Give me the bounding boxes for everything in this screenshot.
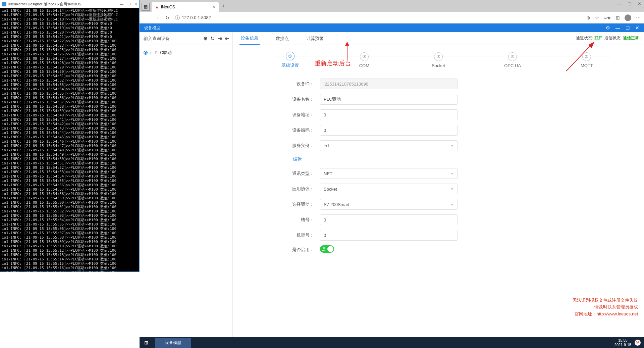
step-com[interactable]: ②COM (327, 52, 401, 68)
favicon-star-icon: ★ (155, 5, 159, 10)
device-form: 设备ID： 设备名称： 设备地址： 设备编码： 服务实例：io1▼ 编辑 通讯类… (233, 72, 644, 265)
input-device-addr[interactable] (320, 109, 458, 120)
chevron-down-icon: ▼ (450, 172, 454, 176)
star-icon[interactable]: ☆ (595, 15, 599, 20)
tab-close-icon[interactable]: ✕ (212, 5, 215, 9)
license-url-link[interactable]: http://www.ineuos.net (596, 311, 638, 316)
back-button[interactable]: ← (143, 15, 149, 20)
close-icon[interactable]: ✕ (135, 2, 138, 6)
input-slot[interactable] (320, 214, 458, 225)
taskbar-task[interactable]: 设备模型 (155, 338, 191, 348)
browser-tab[interactable]: ★ iNeuOS ✕ (152, 2, 219, 12)
label-service-inst: 服务实例： (253, 143, 320, 149)
label-device-name: 设备名称： (253, 96, 320, 102)
step-socket[interactable]: ③Socket (401, 52, 475, 68)
tab-title: iNeuOS (161, 5, 175, 9)
export-icon[interactable]: ⇤ (223, 35, 230, 42)
browser-window: — ☐ ✕ ▦ ★ iNeuOS ✕ + ← → ↻ i 127.0.0.1:8… (140, 0, 644, 348)
label-comm-type: 通讯类型： (253, 170, 320, 177)
import-icon[interactable]: ⇥ (216, 35, 223, 42)
settings-icon[interactable]: ⚙ (606, 25, 610, 31)
label-device-code: 设备编码： (253, 127, 320, 133)
app-header: 设备模型 ⚙ — ☐ ✕ (140, 23, 644, 32)
start-button[interactable]: ⊞ (140, 340, 153, 345)
close-icon[interactable]: ✕ (638, 1, 641, 6)
favorites-icon[interactable]: ≡★ (604, 15, 611, 20)
step-basic[interactable]: ①基础设置 (253, 52, 327, 68)
system-tray: 15:55 2021-9-15 98 (614, 338, 644, 347)
select-comm-type[interactable]: NET▼ (320, 168, 458, 179)
forward-button[interactable]: → (154, 15, 160, 20)
select-service-inst[interactable]: io1▼ (320, 140, 458, 151)
menu-icon[interactable]: ⋯ (636, 15, 641, 20)
page-title: 设备模型 (144, 25, 160, 31)
tray-clock[interactable]: 15:55 2021-9-15 (614, 338, 631, 347)
url-input[interactable]: i 127.0.0.1:8082 (175, 15, 582, 20)
collections-icon[interactable]: ⊞ (616, 15, 620, 20)
tab-strip: ▦ ★ iNeuOS ✕ + (140, 0, 644, 12)
maximize-icon[interactable]: ☐ (127, 2, 131, 6)
search-input[interactable] (142, 34, 202, 43)
maximize-icon[interactable]: ☐ (628, 1, 632, 6)
tree-item-label: PLC驱动 (155, 50, 172, 56)
input-device-name[interactable] (320, 94, 458, 105)
chevron-down-icon: ▼ (450, 203, 454, 206)
device-tree: ◇ PLC驱动 (140, 45, 232, 60)
edit-link[interactable]: 编辑 (293, 156, 302, 162)
input-rack[interactable] (320, 230, 458, 241)
step-indicator: ①基础设置 ②COM ③Socket ④OPC UA ⑤MQTT (233, 45, 644, 72)
taskbar: ⊞ 设备模型 15:55 2021-9-15 98 (140, 337, 644, 348)
add-icon[interactable]: ⊕ (202, 35, 209, 42)
tab-data-points[interactable]: 数据点 (274, 32, 290, 45)
detail-panel: 设备信息 数据点 计算预警 通道状态: 打开 通信状态: 通信正常 ①基础设置 … (233, 32, 644, 348)
chevron-down-icon: ▼ (450, 144, 454, 148)
step-mqtt[interactable]: ⑤MQTT (550, 52, 624, 68)
tree-item-plc[interactable]: ◇ PLC驱动 (144, 48, 228, 57)
chevron-down-icon: ▼ (450, 187, 454, 191)
terminal-titlebar[interactable]: iNeuKernel Designer 版本:v3.6 官网:iNeuOS — … (0, 0, 139, 8)
terminal-window: iNeuKernel Designer 版本:v3.6 官网:iNeuOS — … (0, 0, 140, 272)
close-icon[interactable]: ✕ (635, 25, 639, 31)
tab-calc-alarm[interactable]: 计算预警 (305, 32, 325, 45)
address-bar: ← → ↻ i 127.0.0.1:8082 ⊕ ☆ ≡★ ⊞ ⋯ (140, 12, 644, 23)
profile-avatar[interactable] (625, 14, 631, 21)
search-row: ⊕ ↻ ⇥ ⇤ (140, 32, 232, 45)
input-device-id (320, 79, 458, 89)
notification-badge[interactable]: 98 (635, 340, 641, 346)
license-warning: 无法识别授权文件或注册文件失效 请及时联系管理员授权 官网地址：http://w… (573, 297, 638, 318)
app-icon (2, 2, 6, 6)
label-enable: 是否启用： (253, 247, 320, 253)
radio-icon (144, 51, 148, 55)
terminal-title: iNeuKernel Designer 版本:v3.6 官网:iNeuOS (8, 2, 81, 7)
refresh-button[interactable]: ↻ (164, 15, 170, 20)
terminal-output: io1-INFO: [21-09-15 15:54:14]>>PLC驱动>>重新… (0, 8, 139, 271)
status-box: 通道状态: 打开 通信状态: 通信正常 (573, 34, 642, 42)
url-text: 127.0.0.1:8082 (182, 15, 211, 20)
tab-device-info[interactable]: 设备信息 (239, 32, 260, 45)
content-area: ⊕ ↻ ⇥ ⇤ ◇ PLC驱动 设备信息 数据点 计算预警 通道状态: 打开 (140, 32, 644, 348)
new-tab-button[interactable]: + (219, 3, 228, 9)
label-device-addr: 设备地址： (253, 112, 320, 118)
toggle-enable[interactable]: 是 (320, 245, 334, 253)
site-info-icon[interactable]: i (175, 15, 180, 20)
detail-tabs: 设备信息 数据点 计算预警 通道状态: 打开 通信状态: 通信正常 (233, 32, 644, 45)
device-icon: ◇ (150, 50, 153, 55)
label-driver: 选择驱动： (253, 201, 320, 207)
step-opcua[interactable]: ④OPC UA (476, 52, 550, 68)
label-rack: 机架号： (253, 232, 320, 238)
sidebar: ⊕ ↻ ⇥ ⇤ ◇ PLC驱动 (140, 32, 233, 348)
zoom-icon[interactable]: ⊕ (586, 15, 590, 20)
label-slot: 槽号： (253, 217, 320, 223)
tab-actions-icon[interactable]: ▦ (142, 3, 150, 11)
maximize-icon[interactable]: ☐ (626, 25, 630, 31)
input-device-code[interactable] (320, 125, 458, 136)
minimize-icon[interactable]: — (617, 1, 622, 6)
minimize-icon[interactable]: — (615, 25, 620, 31)
label-app-proto: 应用协议： (253, 186, 320, 192)
select-app-proto[interactable]: Socket▼ (320, 184, 458, 194)
select-driver[interactable]: S7-200Smart▼ (320, 199, 458, 210)
label-device-id: 设备ID： (253, 81, 320, 87)
refresh-icon[interactable]: ↻ (209, 35, 216, 42)
minimize-icon[interactable]: — (120, 2, 123, 6)
